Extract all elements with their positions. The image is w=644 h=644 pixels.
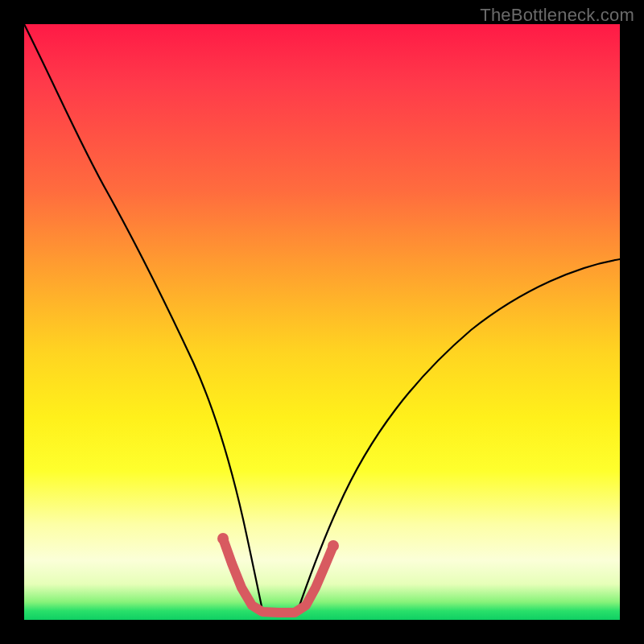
watermark-text: TheBottleneck.com	[480, 5, 634, 26]
plot-area	[24, 24, 620, 620]
bottleneck-curve	[24, 24, 620, 610]
valley-highlight	[223, 539, 333, 613]
outer-frame: TheBottleneck.com	[0, 0, 644, 644]
accent-dot-right	[328, 540, 339, 551]
curve-layer	[24, 24, 620, 620]
accent-dot-left	[217, 533, 229, 544]
